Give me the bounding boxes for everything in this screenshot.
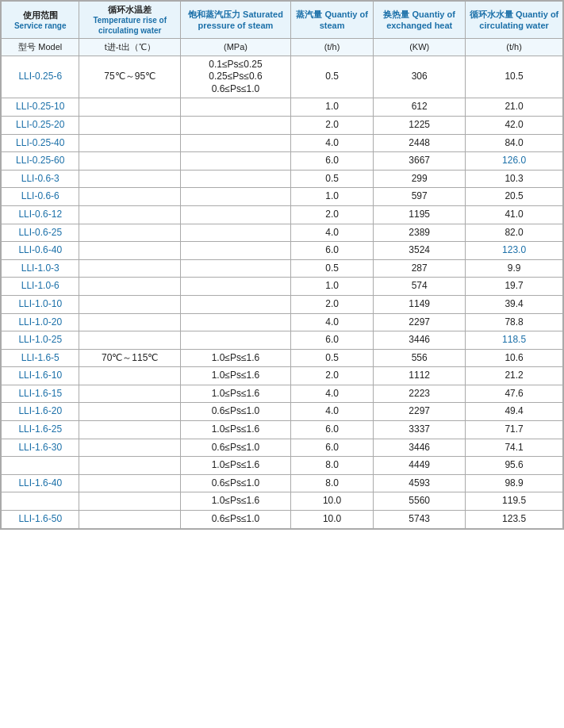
- header-pressure: 饱和蒸汽压力 Saturated pressure of steam: [180, 2, 290, 39]
- table-row: LLI-1.6-300.6≤Ps≤1.06.0344674.1: [2, 439, 563, 457]
- cell-pressure: 0.6≤Ps≤1.0: [180, 403, 290, 421]
- cell-model: LLI-1.0-10: [2, 295, 79, 313]
- cell-pressure: [180, 242, 290, 260]
- cell-steam: 4.0: [290, 134, 373, 152]
- cell-pressure: [180, 278, 290, 296]
- header-heat-exchange: 换热量 Quantiy of exchanged heat: [374, 2, 466, 39]
- subheader-temp: t进-t出（℃）: [79, 39, 180, 56]
- table-row: LLI-1.0-256.03446118.5: [2, 331, 563, 350]
- table-row: LLI-1.0-30.52879.9: [2, 259, 563, 278]
- cell-model: LLI-1.6-15: [2, 385, 79, 403]
- cell-heat: 5743: [374, 511, 466, 529]
- cell-model: LLI-0.25-40: [2, 134, 79, 152]
- cell-model: LLI-1.6-40: [2, 474, 79, 492]
- cell-heat: 3337: [374, 421, 466, 439]
- cell-temp: [79, 259, 180, 278]
- subheader-steam: (t/h): [290, 39, 373, 56]
- cell-steam: 6.0: [290, 152, 373, 171]
- cell-steam: 1.0: [290, 188, 373, 206]
- cell-model: LLI-0.6-12: [2, 205, 79, 224]
- cell-water: 10.6: [466, 349, 563, 367]
- cell-model: LLI-1.6-50: [2, 511, 79, 529]
- cell-pressure: [180, 224, 290, 242]
- table-row: LLI-0.6-254.0238982.0: [2, 224, 563, 242]
- cell-heat: 4593: [374, 474, 466, 492]
- subheader-row: 型号 Model t进-t出（℃） (MPa) (t/h) (KW) (t/h): [2, 39, 563, 56]
- cell-heat: 1112: [374, 367, 466, 385]
- table-row: LLI-0.25-404.0244884.0: [2, 134, 563, 152]
- cell-steam: 2.0: [290, 116, 373, 134]
- cell-heat: 3446: [374, 331, 466, 350]
- cell-pressure: 1.0≤Ps≤1.6: [180, 492, 290, 511]
- cell-steam: 10.0: [290, 511, 373, 529]
- cell-steam: 1.0: [290, 278, 373, 296]
- cell-temp: [79, 242, 180, 260]
- cell-model: LLI-0.25-6: [2, 56, 79, 98]
- subheader-water: (t/h): [466, 39, 563, 56]
- cell-heat: 2297: [374, 313, 466, 331]
- cell-water: 10.5: [466, 56, 563, 98]
- cell-water: 95.6: [466, 457, 563, 475]
- cell-heat: 5560: [374, 492, 466, 511]
- cell-steam: 4.0: [290, 313, 373, 331]
- cell-water: 123.5: [466, 511, 563, 529]
- cell-model: LLI-1.6-20: [2, 403, 79, 421]
- cell-temp: [79, 188, 180, 206]
- cell-temp: [79, 116, 180, 134]
- cell-model: LLI-1.6-5: [2, 349, 79, 367]
- subheader-pressure: (MPa): [180, 39, 290, 56]
- cell-temp: [79, 170, 180, 188]
- table-row: LLI-1.6-251.0≤Ps≤1.66.0333771.7: [2, 421, 563, 439]
- cell-steam: 2.0: [290, 367, 373, 385]
- cell-temp: [79, 295, 180, 313]
- cell-temp: [79, 403, 180, 421]
- data-table: 使用范围 Service range 循环水温差 Temperature ris…: [1, 1, 563, 529]
- cell-model: LLI-0.25-20: [2, 116, 79, 134]
- cell-steam: 0.5: [290, 170, 373, 188]
- table-row: LLI-0.25-675℃～95℃0.1≤Ps≤0.250.25≤Ps≤0.60…: [2, 56, 563, 98]
- cell-water: 126.0: [466, 152, 563, 171]
- cell-water: 19.7: [466, 278, 563, 296]
- cell-water: 123.0: [466, 242, 563, 260]
- header-water-qty: 循环水水量 Quantiy of circulating water: [466, 2, 563, 39]
- cell-pressure: [180, 331, 290, 350]
- header-service-range: 使用范围 Service range: [2, 2, 79, 39]
- cell-pressure: 0.6≤Ps≤1.0: [180, 511, 290, 529]
- table-row: LLI-1.0-102.0114939.4: [2, 295, 563, 313]
- cell-water: 71.7: [466, 421, 563, 439]
- cell-temp: [79, 457, 180, 475]
- cell-model: LLI-0.6-6: [2, 188, 79, 206]
- cell-water: 84.0: [466, 134, 563, 152]
- cell-water: 21.0: [466, 98, 563, 117]
- cell-temp: [79, 492, 180, 511]
- cell-water: 21.2: [466, 367, 563, 385]
- cell-steam: 0.5: [290, 56, 373, 98]
- cell-model: LLI-0.25-60: [2, 152, 79, 171]
- cell-temp: 75℃～95℃: [79, 56, 180, 98]
- cell-steam: 10.0: [290, 492, 373, 511]
- cell-steam: 0.5: [290, 259, 373, 278]
- cell-water: 82.0: [466, 224, 563, 242]
- cell-steam: 2.0: [290, 295, 373, 313]
- cell-temp: [79, 511, 180, 529]
- cell-steam: 4.0: [290, 403, 373, 421]
- cell-pressure: [180, 188, 290, 206]
- cell-model: LLI-0.6-25: [2, 224, 79, 242]
- table-row: LLI-1.0-204.0229778.8: [2, 313, 563, 331]
- cell-pressure: 1.0≤Ps≤1.6: [180, 457, 290, 475]
- cell-pressure: [180, 152, 290, 171]
- cell-pressure: [180, 98, 290, 117]
- cell-heat: 612: [374, 98, 466, 117]
- cell-water: 39.4: [466, 295, 563, 313]
- cell-steam: 4.0: [290, 385, 373, 403]
- table-row: LLI-1.6-200.6≤Ps≤1.04.0229749.4: [2, 403, 563, 421]
- cell-steam: 4.0: [290, 224, 373, 242]
- cell-model: LLI-1.0-3: [2, 259, 79, 278]
- subheader-heat: (KW): [374, 39, 466, 56]
- header-temp-rise: 循环水温差 Temperature rise of circulating wa…: [79, 2, 180, 39]
- cell-heat: 2223: [374, 385, 466, 403]
- cell-heat: 2389: [374, 224, 466, 242]
- table-row: LLI-1.6-400.6≤Ps≤1.08.0459398.9: [2, 474, 563, 492]
- cell-heat: 1149: [374, 295, 466, 313]
- cell-heat: 299: [374, 170, 466, 188]
